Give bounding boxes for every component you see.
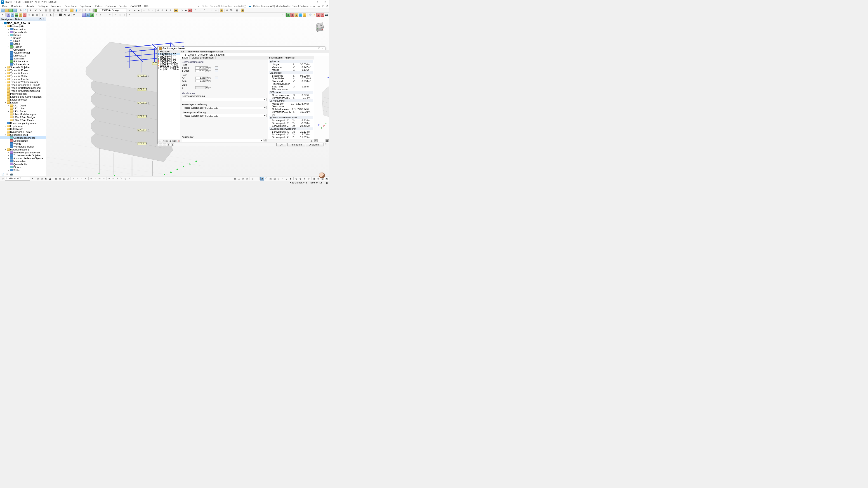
tree-item[interactable]: ▸Typen für Knoten [0, 69, 46, 72]
br4-icon[interactable]: ⊟ [245, 177, 249, 181]
bb5-icon[interactable]: ▦ [54, 177, 57, 181]
tree-item[interactable]: ▸Materialien [0, 28, 46, 31]
t52-icon[interactable]: ▦ [290, 13, 294, 17]
nav-eye-icon[interactable]: 👁 [6, 173, 8, 176]
br1-icon[interactable]: ▦ [233, 177, 237, 181]
tree-item[interactable]: Querschnitte [0, 163, 46, 166]
zunten-spin[interactable]: ▴▾ [206, 69, 208, 72]
t59-icon[interactable]: ✕ [320, 13, 324, 17]
sn2-icon[interactable]: ⋯ [198, 8, 202, 12]
next-icon[interactable]: ▸ [137, 8, 141, 12]
tree-item[interactable]: Volumensätze [0, 63, 46, 66]
line-icon[interactable]: ╱ [11, 13, 14, 17]
nav-pin-icon[interactable]: ⇱ [39, 18, 41, 21]
doc-maximize[interactable]: □ [322, 5, 324, 7]
nav-close-icon[interactable]: ✕ [42, 18, 44, 21]
open-icon[interactable]: ○ [23, 13, 26, 17]
menu-cad-bim[interactable]: CAD-BIM [129, 4, 142, 8]
t34-icon[interactable]: ⤋ [98, 13, 102, 17]
dzo-spin[interactable]: ▴▾ [206, 79, 208, 82]
so1-icon[interactable]: ▢ [27, 13, 31, 17]
bb21-icon[interactable]: ⊹ [124, 177, 127, 181]
br2-icon[interactable]: ◫ [237, 177, 241, 181]
view-cube[interactable]: +Z -Y +X [312, 20, 326, 34]
node-icon[interactable]: ● [6, 13, 10, 17]
undo-icon[interactable]: ↶ [34, 8, 38, 12]
tree-item[interactable]: ▸Bemessungssituationen [0, 151, 46, 154]
br11-icon[interactable]: ⊹ [277, 177, 280, 181]
sn5-icon[interactable]: ⁘ [210, 8, 214, 12]
t60-icon[interactable]: 📷 [324, 13, 328, 17]
lf-color-box[interactable] [93, 8, 99, 12]
tree-item[interactable]: ▸Auszuschließende Objekte [0, 157, 46, 160]
tree-item[interactable]: ▸Zu bemessende Objekte [0, 154, 46, 157]
list-b3-icon[interactable]: ▤ [165, 140, 168, 142]
bb2-icon[interactable]: ⊟ [40, 177, 43, 181]
kommentar-btn-icon[interactable]: ⊡ [264, 139, 267, 141]
pv-b2-icon[interactable]: ▦ [326, 139, 329, 142]
co1-icon[interactable]: ⧉ [147, 8, 150, 12]
surf-icon[interactable]: ▰ [19, 13, 22, 17]
tab2-icon[interactable]: ⊟ [88, 8, 91, 12]
tree-item[interactable]: ▸Ergebnisse [0, 125, 46, 127]
bb13-icon[interactable]: ⇄ [90, 177, 93, 181]
cs-drop-icon[interactable]: ▾ [30, 177, 34, 181]
tree-item[interactable]: ▸Typen für Linien [0, 72, 46, 74]
lin-select[interactable]: Festes Gelenklager | ☐☐☐ ☐☐▾ [182, 114, 267, 117]
t35-icon[interactable]: ～ [104, 13, 107, 17]
t30-icon[interactable]: ↓ [82, 13, 86, 17]
tree-item[interactable]: ▾Betonbemessung [0, 148, 46, 151]
menu-fenster[interactable]: Fenster [118, 4, 129, 8]
tree-item[interactable]: Wände [0, 142, 46, 145]
apply-button[interactable]: Anwenden [306, 143, 323, 147]
bb12-icon[interactable]: ↘ [84, 177, 88, 181]
br8-icon[interactable]: Ω [265, 177, 268, 181]
dlg-b4-icon[interactable]: ƒ [171, 143, 174, 146]
br16-icon[interactable]: ◑ [299, 177, 302, 181]
cs-icon[interactable]: ⊹ [1, 177, 4, 181]
br15-icon[interactable]: ◐ [294, 177, 298, 181]
di1-icon[interactable]: ◇ [180, 8, 184, 12]
dialog-max-icon[interactable]: □ [318, 47, 320, 50]
zoben-input[interactable] [195, 66, 206, 69]
bb7-icon[interactable]: ▥ [62, 177, 66, 181]
br7-icon[interactable]: ▣ [260, 177, 264, 181]
t22-icon[interactable]: ⊺ [45, 13, 49, 17]
user-avatar[interactable] [319, 172, 325, 178]
br3-icon[interactable]: ⊞ [241, 177, 245, 181]
tree-item[interactable]: Lastassistenten [0, 98, 46, 101]
tree-item[interactable]: ▸Typen für Flächen [0, 77, 46, 80]
tree-item[interactable]: ▸Spezielle Objekte [0, 66, 46, 69]
bb8-icon[interactable]: ⊡ [66, 177, 70, 181]
cs-select[interactable]: 1 - Global XYZ [5, 177, 30, 181]
t53-icon[interactable]: ⚙ [294, 13, 298, 17]
br18-icon[interactable]: ⊖ [307, 177, 310, 181]
tree-item[interactable]: Wandartige Träger [0, 145, 46, 148]
num-icon[interactable]: 10 [229, 8, 233, 12]
cancel-button[interactable]: Abbrechen [287, 143, 305, 147]
t21-icon[interactable]: ⊹ [41, 13, 44, 17]
minimize-button[interactable]: — [307, 0, 313, 4]
menu-bearbeiten[interactable]: Bearbeiten [10, 4, 25, 8]
anim-icon[interactable]: ▶ [174, 8, 178, 12]
res2-icon[interactable]: 📈 [78, 8, 82, 12]
navigator-tree[interactable]: ▾ NBC_2020_RSA.rf6 ▾Basisobjekte▸Materia… [0, 21, 46, 172]
sn6-icon[interactable]: ⁙ [214, 8, 218, 12]
menu-einfügen[interactable]: Einfügen [36, 4, 49, 8]
menu-extras[interactable]: Extras [94, 4, 104, 8]
status-grid-icon[interactable]: ▦ [326, 181, 328, 184]
tree-item[interactable]: ▾Lasten [0, 101, 46, 104]
menu-ansicht[interactable]: Ansicht [25, 4, 36, 8]
pv-b1-icon[interactable]: ⊞ [314, 139, 318, 142]
maximize-button[interactable]: □ [315, 0, 320, 4]
menu-berechnen[interactable]: Berechnen [63, 4, 78, 8]
geschmod-select[interactable]: ...▾ [182, 98, 267, 101]
copy-icon[interactable]: ⎘ [29, 8, 32, 12]
dialog-close-icon[interactable]: ✕ [321, 47, 323, 50]
dlg-help-icon[interactable]: ? [159, 143, 162, 146]
doc-minimize[interactable]: — [318, 5, 320, 7]
tree-item[interactable]: Öffnungen [0, 48, 46, 51]
t28-icon[interactable]: ⇄ [72, 13, 76, 17]
t58-icon[interactable]: ▲ [316, 13, 320, 17]
print-icon[interactable]: 🖶 [19, 8, 22, 12]
